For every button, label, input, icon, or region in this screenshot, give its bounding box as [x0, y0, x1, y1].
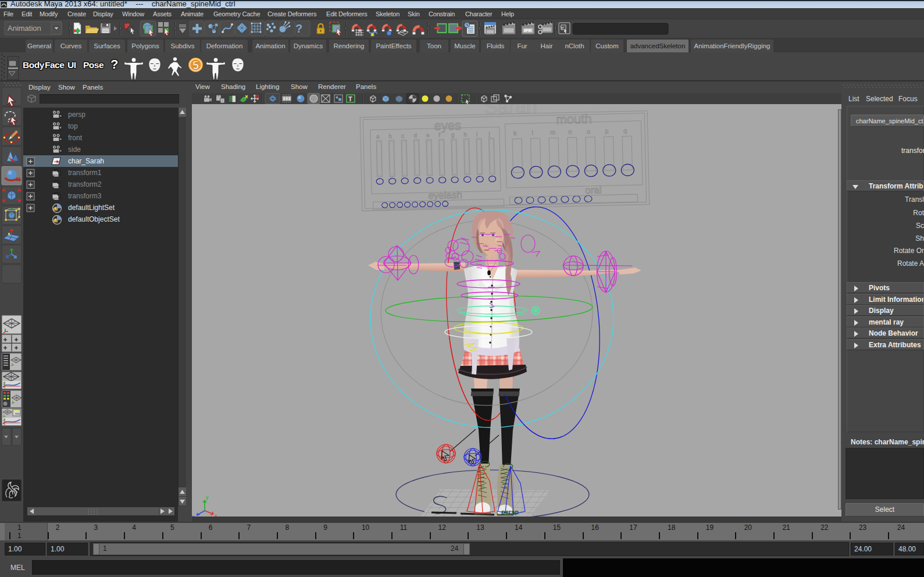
svg-text:T: T — [348, 95, 352, 102]
svg-text:IPR: IPR — [524, 28, 532, 33]
svg-text:oral: oral — [585, 184, 602, 196]
svg-text:i: i — [476, 131, 477, 137]
svg-text:b: b — [388, 133, 392, 139]
svg-text:?: ? — [295, 22, 302, 35]
svg-text:p: p — [605, 127, 608, 134]
svg-text:g: g — [451, 131, 455, 138]
svg-text:Animation: Animation — [8, 24, 41, 33]
svg-text:mouth: mouth — [556, 112, 592, 127]
svg-text:o: o — [587, 128, 590, 135]
svg-text:a: a — [376, 133, 380, 140]
svg-text:e: e — [426, 132, 430, 138]
svg-text:k: k — [513, 130, 517, 137]
svg-text:5: 5 — [192, 59, 199, 72]
svg-text:h: h — [463, 131, 467, 138]
svg-text:z: z — [192, 514, 195, 517]
svg-text:m: m — [550, 129, 555, 136]
svg-text:l: l — [531, 129, 533, 136]
svg-text:eyes: eyes — [434, 118, 461, 133]
svg-text:y: y — [206, 494, 209, 500]
svg-text:eyelash: eyelash — [428, 190, 462, 201]
svg-text:n: n — [568, 128, 572, 135]
svg-text:d: d — [413, 132, 417, 138]
svg-text:x: x — [215, 513, 217, 517]
svg-text:c: c — [401, 133, 404, 139]
svg-text:q: q — [623, 127, 627, 134]
svg-text:persp: persp — [501, 508, 519, 515]
svg-text:j: j — [488, 131, 490, 137]
svg-text:f: f — [438, 132, 440, 138]
